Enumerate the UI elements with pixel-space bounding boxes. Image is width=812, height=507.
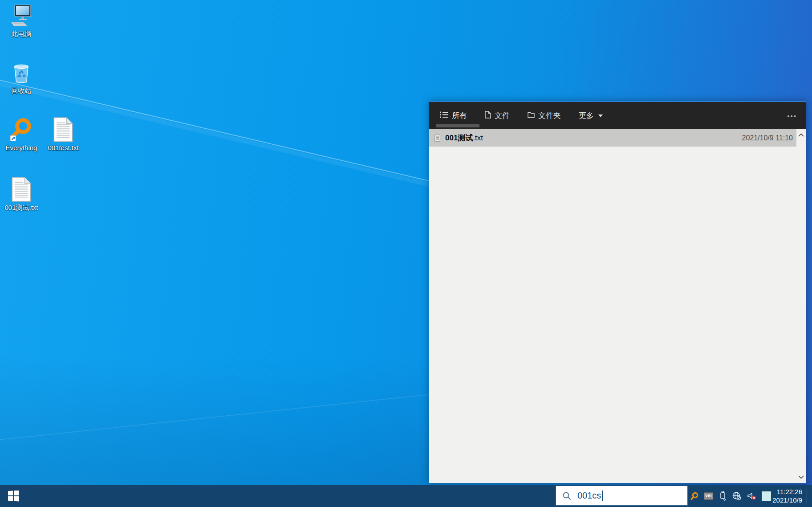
tab-label: 文件 (495, 110, 510, 121)
tab-all[interactable]: 所有 (440, 110, 467, 121)
caret-down-icon (598, 114, 603, 117)
folder-icon (528, 111, 535, 120)
text-file-icon (50, 117, 76, 143)
desktop-icon-001ceshi[interactable]: 001测试.txt (1, 176, 42, 219)
vmware-icon: vm (704, 492, 713, 500)
show-desktop-button[interactable] (807, 485, 812, 507)
system-tray: vm (690, 485, 771, 507)
ime-block (762, 491, 771, 501)
recycle-bin-icon (8, 60, 34, 86)
desktop-icon-label: 此电脑 (12, 30, 32, 38)
volume-muted-tray-icon[interactable] (747, 492, 756, 500)
desktop-icon-label: 001test.txt (48, 144, 78, 151)
search-query-text: 001cs (577, 491, 601, 501)
taskbar-search-input[interactable]: 001cs (556, 486, 688, 506)
desktop-icon-recycle-bin[interactable]: 回收站 (1, 60, 42, 102)
tab-more[interactable]: 更多 (579, 110, 603, 121)
tab-folders[interactable]: 文件夹 (528, 110, 561, 121)
desktop-icon-this-pc[interactable]: 此电脑 (1, 3, 42, 45)
network-offline-tray-icon[interactable] (732, 491, 741, 500)
text-file-icon (434, 135, 440, 142)
ime-indicator[interactable] (762, 491, 771, 501)
result-filename: 001测试.txt (445, 133, 483, 143)
result-date-modified: 2021/10/9 11:10 (742, 134, 793, 142)
everything-window: 所有 文件 文件夹 更多 (429, 101, 806, 483)
scrollbar[interactable] (796, 129, 806, 483)
text-file-icon (8, 176, 34, 202)
desktop-icon-001test[interactable]: 001test.txt (43, 117, 84, 159)
windows-logo-icon (8, 491, 19, 502)
clock-date: 2021/10/9 (772, 496, 802, 504)
overflow-menu-button[interactable]: ••• (787, 112, 797, 119)
wallpaper-streak (0, 393, 434, 442)
start-button[interactable] (0, 485, 27, 507)
tab-files[interactable]: 文件 (485, 110, 510, 121)
taskbar-clock[interactable]: 11:22:26 2021/10/9 (772, 487, 802, 504)
list-icon (440, 111, 448, 120)
desktop: 此电脑 回收站 Everything (0, 0, 812, 507)
desktop-icon-everything[interactable]: Everything (1, 117, 42, 159)
result-row[interactable]: 001测试.txt 2021/10/9 11:10 (429, 129, 796, 147)
taskbar: 001cs vm (0, 485, 812, 507)
search-icon (562, 491, 572, 501)
filter-bar: 所有 文件 文件夹 更多 (429, 102, 806, 129)
tab-label: 所有 (452, 110, 467, 121)
everything-shortcut-icon (8, 117, 34, 143)
tab-label: 更多 (579, 110, 594, 121)
everything-tray-icon[interactable] (690, 492, 698, 500)
file-icon (485, 111, 491, 121)
clock-time: 11:22:26 (772, 487, 802, 496)
tab-label: 文件夹 (538, 110, 561, 121)
text-caret (602, 491, 603, 501)
results-area: 001测试.txt 2021/10/9 11:10 (429, 129, 806, 483)
desktop-icon-label: 001测试.txt (4, 204, 38, 212)
active-tab-indicator (436, 124, 479, 127)
this-pc-icon (8, 3, 34, 29)
desktop-icon-label: 回收站 (12, 87, 32, 95)
scroll-down-icon[interactable] (798, 475, 804, 479)
scroll-up-icon[interactable] (798, 133, 804, 137)
vmware-tray-icon[interactable]: vm (704, 492, 713, 500)
usb-remove-tray-icon[interactable] (719, 491, 727, 501)
desktop-icon-label: Everything (6, 144, 37, 151)
